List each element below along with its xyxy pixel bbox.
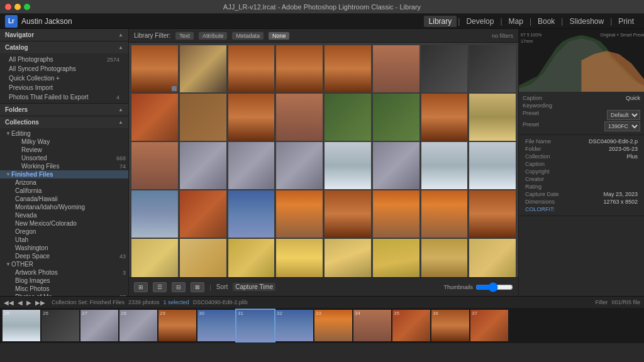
tree-working-files[interactable]: Working Files 74 bbox=[0, 162, 128, 170]
navigator-header[interactable]: Navigator ▲ bbox=[0, 29, 128, 41]
grid-area[interactable] bbox=[129, 43, 518, 277]
maximize-button[interactable] bbox=[24, 4, 30, 10]
grid-cell[interactable] bbox=[131, 142, 178, 189]
sort-value[interactable]: Capture Time bbox=[233, 283, 275, 291]
grid-cell[interactable] bbox=[180, 142, 226, 189]
filmstrip-cell[interactable]: 34 bbox=[353, 310, 391, 341]
tree-finished-files[interactable]: ▼ Finished Files bbox=[0, 170, 128, 178]
filmstrip-nav-next[interactable]: ▶ bbox=[26, 299, 31, 306]
nav-print[interactable]: Print bbox=[613, 16, 639, 27]
grid-cell[interactable] bbox=[373, 190, 419, 238]
grid-cell[interactable] bbox=[373, 94, 419, 141]
grid-cell[interactable] bbox=[325, 190, 371, 238]
filmstrip-nav-last[interactable]: ▶▶ bbox=[35, 299, 45, 306]
filter-metadata[interactable]: Metadata bbox=[232, 32, 264, 40]
grid-cell[interactable] bbox=[180, 190, 226, 238]
grid-cell[interactable] bbox=[131, 45, 178, 92]
filter-attribute[interactable]: Attribute bbox=[199, 32, 228, 40]
filmstrip-cell[interactable]: 35 bbox=[392, 310, 430, 341]
filmstrip-nav-prev[interactable]: ◀ bbox=[18, 299, 23, 306]
grid-cell[interactable] bbox=[276, 239, 323, 277]
nav-slideshow[interactable]: Slideshow bbox=[564, 16, 609, 27]
filmstrip-cell[interactable]: 25 bbox=[3, 310, 40, 341]
tree-utah[interactable]: Utah bbox=[0, 236, 128, 244]
folders-header[interactable]: Folders ▲ bbox=[0, 104, 128, 116]
tree-california[interactable]: California bbox=[0, 187, 128, 195]
tree-artwork[interactable]: Artwork Photos 3 bbox=[0, 268, 128, 277]
tree-deep-space[interactable]: Deep Space 43 bbox=[0, 252, 128, 260]
close-button[interactable] bbox=[5, 4, 11, 10]
minimize-button[interactable] bbox=[14, 4, 21, 10]
grid-cell[interactable] bbox=[276, 45, 323, 92]
catalog-synced[interactable]: All Synced Photographs bbox=[0, 64, 128, 74]
thumbnail-size-slider[interactable] bbox=[475, 282, 513, 292]
grid-cell[interactable] bbox=[469, 94, 516, 141]
grid-cell[interactable] bbox=[180, 94, 226, 141]
filmstrip-cell[interactable]: 37 bbox=[470, 310, 508, 341]
preset2-select[interactable]: 1390FC bbox=[604, 121, 640, 131]
grid-cell[interactable] bbox=[469, 239, 516, 277]
grid-cell[interactable] bbox=[469, 142, 516, 189]
tree-misc[interactable]: Misc Photos bbox=[0, 285, 128, 293]
filmstrip-cell[interactable]: 33 bbox=[314, 310, 352, 341]
nav-develop[interactable]: Develop bbox=[461, 16, 499, 27]
grid-cell[interactable] bbox=[228, 94, 275, 141]
list-view-button[interactable]: ☰ bbox=[153, 282, 167, 292]
filter-text[interactable]: Text bbox=[175, 32, 194, 40]
filmstrip-cell[interactable]: 28 bbox=[119, 310, 157, 341]
catalog-failed[interactable]: Photos That Failed to Export4 bbox=[0, 92, 128, 102]
grid-cell[interactable] bbox=[469, 190, 516, 238]
tree-nevada[interactable]: Nevada bbox=[0, 211, 128, 219]
catalog-quick[interactable]: Quick Collection + bbox=[0, 74, 128, 83]
grid-cell[interactable] bbox=[325, 94, 371, 141]
filmstrip-cell[interactable]: 32 bbox=[275, 310, 313, 341]
grid-cell[interactable] bbox=[228, 239, 275, 277]
tree-oregon[interactable]: Oregon bbox=[0, 228, 128, 236]
filmstrip-cell[interactable]: 27 bbox=[80, 310, 118, 341]
grid-cell[interactable] bbox=[325, 239, 371, 277]
nav-library[interactable]: Library bbox=[424, 16, 457, 27]
tree-other[interactable]: ▼ OTHER bbox=[0, 260, 128, 268]
filmstrip-cell-selected[interactable]: 31 bbox=[236, 310, 274, 341]
grid-cell[interactable] bbox=[276, 190, 323, 238]
tree-blog[interactable]: Blog Images bbox=[0, 277, 128, 285]
collections-header[interactable]: Collections ▲ bbox=[0, 116, 128, 128]
tree-new-mexico[interactable]: New Mexico/Colorado bbox=[0, 219, 128, 228]
grid-cell[interactable] bbox=[276, 142, 323, 189]
tree-arizona[interactable]: Arizona bbox=[0, 178, 128, 187]
grid-cell[interactable] bbox=[276, 94, 323, 141]
grid-cell[interactable] bbox=[421, 45, 468, 92]
filmstrip-cell[interactable]: 29 bbox=[158, 310, 196, 341]
compare-view-button[interactable]: ⊟ bbox=[172, 282, 186, 292]
catalog-all-photos[interactable]: All Photographs2574 bbox=[0, 55, 128, 64]
tree-canada-hawaii[interactable]: Canada/Hawaii bbox=[0, 195, 128, 203]
grid-cell[interactable] bbox=[421, 239, 468, 277]
grid-cell[interactable] bbox=[228, 45, 275, 92]
nav-map[interactable]: Map bbox=[504, 16, 528, 27]
tree-milkyway[interactable]: Milky Way bbox=[0, 138, 128, 146]
tree-washington[interactable]: Washington bbox=[0, 244, 128, 252]
tree-review[interactable]: Review bbox=[0, 146, 128, 154]
grid-cell[interactable] bbox=[421, 190, 468, 238]
grid-cell[interactable] bbox=[131, 190, 178, 238]
filmstrip-cell[interactable]: 26 bbox=[42, 310, 79, 341]
tree-editing[interactable]: ▼ Editing bbox=[0, 129, 128, 138]
grid-cell[interactable] bbox=[373, 142, 419, 189]
filmstrip-cell[interactable]: 30 bbox=[197, 310, 235, 341]
grid-cell[interactable] bbox=[421, 94, 468, 141]
grid-cell[interactable] bbox=[228, 142, 275, 189]
tree-photos-of-me[interactable]: Photos of Me 37 bbox=[0, 293, 128, 296]
catalog-header[interactable]: Catalog ▲ bbox=[0, 41, 128, 53]
grid-cell[interactable] bbox=[325, 45, 371, 92]
grid-cell[interactable] bbox=[180, 45, 226, 92]
grid-cell[interactable] bbox=[421, 142, 468, 189]
grid-cell[interactable] bbox=[180, 239, 226, 277]
grid-cell[interactable] bbox=[131, 94, 178, 141]
tree-montana[interactable]: Montana/Idaho/Wyoming bbox=[0, 203, 128, 211]
grid-cell[interactable] bbox=[373, 45, 419, 92]
filmstrip-nav-first[interactable]: ◀◀ bbox=[4, 299, 14, 306]
grid-cell[interactable] bbox=[373, 239, 419, 277]
survey-view-button[interactable]: ⊠ bbox=[191, 282, 204, 292]
preset-select[interactable]: Default bbox=[607, 110, 640, 120]
colorfit-label[interactable]: COLORFIT: bbox=[525, 206, 555, 212]
